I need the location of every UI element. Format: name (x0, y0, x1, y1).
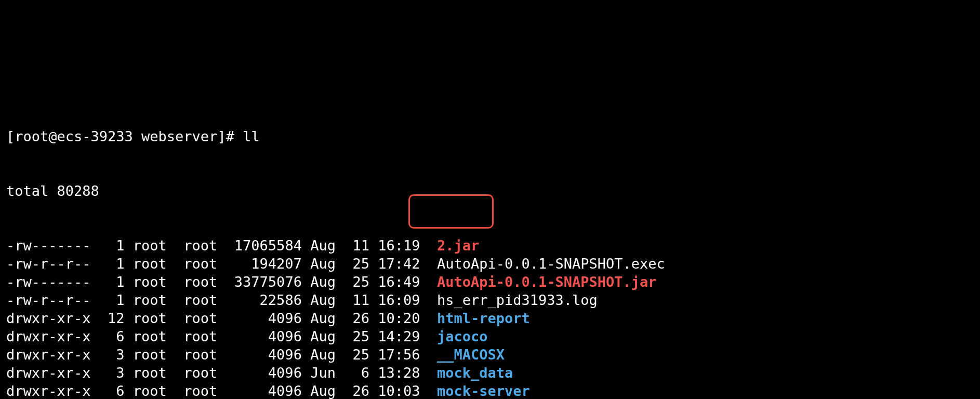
spacer (125, 364, 133, 382)
col-user: root (133, 382, 175, 399)
col-perms: drwxr-xr-x (6, 345, 91, 364)
spacer (175, 273, 183, 291)
col-month: Aug (310, 236, 344, 255)
spacer (302, 291, 310, 309)
file-listing: -rw------- 1 root root17065584 Aug11 16:… (6, 236, 974, 399)
spacer (125, 236, 133, 255)
col-size: 4096 (226, 364, 302, 382)
prompt-line: [root@ecs-39233 webserver]# ll (6, 127, 974, 145)
col-day: 26 (344, 382, 369, 399)
spacer (429, 291, 437, 309)
col-group: root (183, 309, 226, 327)
listing-row: drwxr-xr-x 6 root root4096 Aug25 14:29 j… (6, 327, 974, 345)
spacer (91, 345, 99, 364)
spacer (91, 364, 99, 382)
spacer (91, 327, 99, 345)
spacer (91, 309, 99, 327)
spacer (125, 345, 133, 364)
spacer (125, 382, 133, 399)
listing-row: drwxr-xr-x 6 root root4096 Aug26 10:03 m… (6, 382, 974, 399)
col-user: root (133, 291, 175, 309)
col-month: Aug (310, 345, 344, 364)
listing-row: -rw-r--r-- 1 root root22586 Aug11 16:09 … (6, 291, 974, 309)
col-perms: -rw------- (6, 273, 91, 291)
listing-row: -rw------- 1 root root17065584 Aug11 16:… (6, 236, 974, 255)
col-user: root (133, 255, 175, 273)
col-user: root (133, 309, 175, 327)
col-time: 13:28 (378, 364, 429, 382)
col-user: root (133, 327, 175, 345)
file-name: __MACOSX (437, 347, 505, 363)
col-time: 16:19 (378, 236, 429, 255)
col-group: root (183, 255, 226, 273)
col-time: 17:42 (378, 255, 429, 273)
spacer (429, 309, 437, 327)
col-links: 3 (99, 345, 125, 364)
col-group: root (183, 345, 226, 364)
col-perms: drwxr-xr-x (6, 364, 91, 382)
file-name: html-report (437, 310, 530, 326)
file-name: hs_err_pid31933.log (437, 292, 598, 308)
col-size: 17065584 (226, 236, 302, 255)
col-size: 194207 (226, 255, 302, 273)
col-size: 33775076 (226, 273, 302, 291)
terminal-output[interactable]: [root@ecs-39233 webserver]# ll total 802… (0, 91, 980, 399)
spacer (175, 364, 183, 382)
spacer (429, 382, 437, 399)
spacer (302, 255, 310, 273)
spacer (91, 291, 99, 309)
listing-row: drwxr-xr-x 12 root root4096 Aug26 10:20 … (6, 309, 974, 327)
spacer (91, 382, 99, 399)
col-links: 6 (99, 382, 125, 399)
file-name: 2.jar (437, 237, 479, 254)
col-group: root (183, 273, 226, 291)
col-time: 16:49 (378, 273, 429, 291)
col-day: 6 (344, 364, 369, 382)
col-perms: -rw-r--r-- (6, 291, 91, 309)
col-time: 14:29 (378, 327, 429, 345)
spacer (302, 345, 310, 364)
col-links: 1 (99, 291, 125, 309)
col-month: Aug (310, 255, 344, 273)
listing-row: -rw-r--r-- 1 root root194207 Aug25 17:42… (6, 255, 974, 273)
spacer (91, 255, 99, 273)
spacer (302, 309, 310, 327)
spacer (175, 382, 183, 399)
spacer (429, 255, 437, 273)
col-user: root (133, 273, 175, 291)
col-day: 25 (344, 345, 369, 364)
spacer (175, 327, 183, 345)
file-name: mock_data (437, 365, 513, 381)
spacer (175, 236, 183, 255)
listing-row: drwxr-xr-x 3 root root4096 Jun6 13:28 mo… (6, 364, 974, 382)
col-links: 1 (99, 255, 125, 273)
spacer (369, 255, 378, 273)
col-time: 16:09 (378, 291, 429, 309)
spacer (302, 364, 310, 382)
total-line: total 80288 (6, 182, 974, 200)
spacer (125, 291, 133, 309)
spacer (91, 236, 99, 255)
col-perms: -rw-r--r-- (6, 255, 91, 273)
spacer (302, 382, 310, 399)
col-day: 25 (344, 273, 369, 291)
col-perms: -rw------- (6, 236, 91, 255)
spacer (175, 255, 183, 273)
col-size: 4096 (226, 327, 302, 345)
col-month: Aug (310, 273, 344, 291)
col-group: root (183, 382, 226, 399)
spacer (125, 273, 133, 291)
col-month: Aug (310, 309, 344, 327)
col-size: 4096 (226, 382, 302, 399)
col-day: 26 (344, 309, 369, 327)
spacer (369, 345, 378, 364)
col-group: root (183, 236, 226, 255)
col-group: root (183, 291, 226, 309)
listing-row: drwxr-xr-x 3 root root4096 Aug25 17:56 _… (6, 345, 974, 364)
spacer (429, 364, 437, 382)
col-group: root (183, 327, 226, 345)
col-size: 4096 (226, 309, 302, 327)
col-perms: drwxr-xr-x (6, 327, 91, 345)
col-month: Aug (310, 382, 344, 399)
file-name: mock-server (437, 383, 530, 399)
